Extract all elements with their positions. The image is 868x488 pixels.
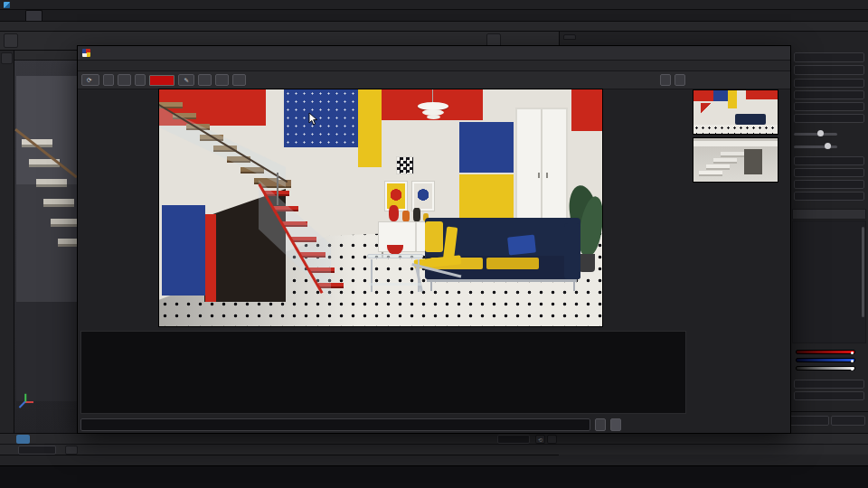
tool-icons	[4, 33, 18, 48]
sofa-arm	[564, 223, 580, 279]
gradient-bar-white[interactable]	[796, 366, 855, 371]
brush-size-dropdown[interactable]	[198, 74, 212, 86]
attribute-dropdown-2[interactable]	[794, 65, 864, 75]
prompt-input[interactable]	[80, 418, 590, 431]
attribute-field[interactable]	[794, 192, 864, 201]
left-tool-palette	[0, 51, 14, 433]
timeline-loop-icon[interactable]: ⟲	[535, 435, 545, 444]
timeline-ruler-row: ⟲	[0, 433, 868, 444]
attribute-field[interactable]	[794, 156, 864, 165]
nano-model-dropdown[interactable]	[118, 74, 131, 86]
red-strip-under-stairs	[205, 214, 216, 302]
attribute-slider-row	[794, 142, 864, 151]
document-tab[interactable]	[25, 10, 42, 21]
current-frame-field[interactable]	[18, 446, 56, 455]
generate-button[interactable]	[610, 418, 621, 431]
generated-image-canvas[interactable]	[159, 89, 602, 326]
attribute-dropdown-1[interactable]	[794, 52, 864, 62]
attribute-field[interactable]	[794, 114, 864, 123]
nano-load-button[interactable]	[103, 74, 114, 86]
glass-table-leg	[371, 259, 373, 292]
coordinate-mode-dropdown[interactable]	[831, 416, 865, 426]
attribute-field[interactable]	[794, 90, 864, 99]
attribute-field[interactable]	[794, 391, 864, 400]
transport-icon[interactable]	[65, 446, 78, 455]
render-icon: ⟳	[87, 77, 91, 84]
nano-render-button[interactable]: ⟳	[81, 74, 99, 86]
glass-table-top	[367, 254, 423, 258]
aspect-ratio-dropdown[interactable]	[215, 74, 229, 86]
framed-print	[412, 182, 434, 211]
timeline-option-icons: ⟲	[535, 435, 557, 444]
timeline-ruler[interactable]	[16, 435, 490, 444]
sofa-yellow-cushion	[486, 258, 539, 269]
slider-handle[interactable]	[825, 143, 831, 149]
nano-titlebar[interactable]	[78, 46, 790, 61]
scrollbar[interactable]	[862, 227, 864, 317]
history-thumbnail-current[interactable]	[693, 89, 778, 135]
vase-red	[389, 205, 399, 221]
brush-icon: ✎	[184, 77, 188, 84]
nano-toolbar: ⟳ ✎	[78, 71, 790, 89]
attribute-manager-header	[792, 209, 866, 220]
end-frame-field[interactable]	[497, 435, 530, 444]
layout-tabs	[857, 9, 859, 21]
manager-tab[interactable]	[563, 34, 576, 40]
resolution-dropdown[interactable]	[232, 74, 246, 86]
blue-dotted-panel	[284, 89, 358, 147]
attribute-field[interactable]	[794, 380, 864, 389]
document-tab-row	[0, 10, 868, 22]
layout-tab[interactable]	[857, 14, 859, 17]
palette-icon[interactable]	[1, 52, 13, 64]
door-handle	[538, 173, 540, 178]
sofa-chrome-base	[427, 279, 577, 282]
yellow-column-panel	[358, 89, 382, 167]
sofa-blue-cushion	[507, 234, 536, 255]
attribute-list-area	[792, 221, 866, 343]
checkered-artwork	[396, 156, 414, 174]
window-titlebar	[0, 0, 868, 10]
attribute-field[interactable]	[794, 180, 864, 189]
attribute-slider-row	[794, 129, 864, 138]
blue-panel-right	[459, 122, 514, 173]
cinema4d-app: ⟲ ⟳	[0, 0, 868, 488]
transport-row	[0, 444, 868, 455]
vase-dark	[413, 208, 420, 221]
nano-pro-window: ⟳ ✎	[77, 45, 791, 434]
attribute-field[interactable]	[794, 79, 864, 88]
slider-track[interactable]	[794, 145, 837, 148]
nano-input-row	[80, 418, 686, 432]
attribute-field[interactable]	[794, 168, 864, 177]
railing-post	[277, 173, 278, 205]
attribute-field[interactable]	[794, 102, 864, 111]
add-reference-button[interactable]	[595, 418, 606, 431]
gradient-bar-red[interactable]	[796, 350, 855, 354]
axis-gizmo-icon	[22, 394, 34, 407]
hide-history-button[interactable]	[675, 74, 685, 86]
bottom-strip	[0, 465, 868, 488]
nano-log	[80, 331, 686, 414]
manager-tabs	[563, 34, 576, 40]
undo-stroke-button[interactable]	[660, 74, 671, 86]
coordinate-space-dropdown[interactable]	[789, 416, 829, 426]
gradient-bar-blue[interactable]	[796, 358, 855, 362]
history-thumbnail-previous[interactable]	[693, 137, 778, 183]
mouse-cursor	[308, 112, 319, 130]
timeline-options-icon[interactable]	[547, 435, 557, 444]
status-dot	[18, 458, 23, 463]
sofa-leg	[430, 282, 432, 291]
brush-tool-button[interactable]: ✎	[178, 74, 193, 86]
cinema4d-logo-icon	[4, 2, 10, 8]
scene-staircase-render	[16, 76, 81, 401]
red-panel-top-right	[571, 89, 602, 131]
toolbar-icon[interactable]	[4, 33, 18, 48]
brush-color-swatch[interactable]	[149, 75, 175, 86]
slider-handle[interactable]	[817, 130, 824, 136]
slider-track[interactable]	[794, 133, 837, 136]
nano-api-keys-button[interactable]	[135, 74, 146, 86]
pendant-lamp-shade	[427, 115, 440, 119]
main-menubar	[0, 22, 868, 32]
status-bar	[0, 455, 559, 465]
glass-table-leg	[418, 259, 420, 292]
transport-buttons	[65, 446, 78, 455]
